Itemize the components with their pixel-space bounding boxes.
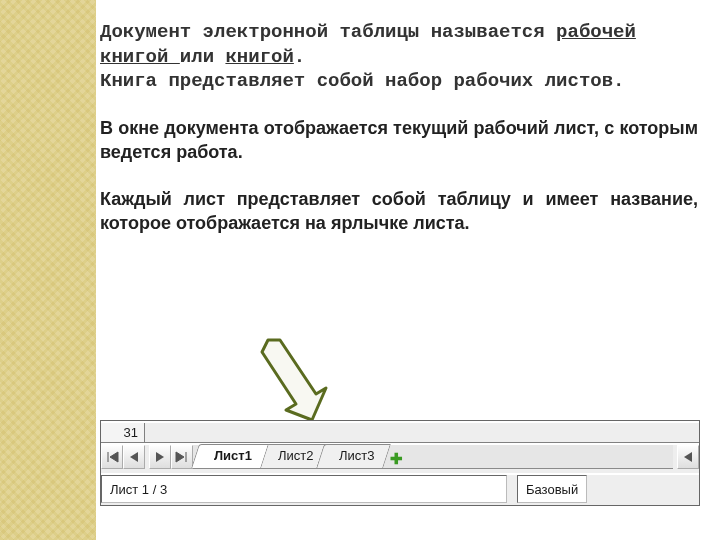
add-sheet-icon[interactable]: ✚ bbox=[390, 450, 403, 468]
status-style: Базовый bbox=[517, 475, 587, 503]
text: Книга представляет собой набор рабочих л… bbox=[100, 70, 625, 92]
arrow-annotation bbox=[248, 336, 338, 422]
text: или bbox=[180, 46, 226, 68]
text: . bbox=[294, 46, 305, 68]
text: Документ электронной таблицы называется bbox=[100, 21, 556, 43]
tabs-container: Лист1 Лист2 Лист3 ✚ bbox=[193, 445, 673, 469]
nav-first-icon[interactable] bbox=[101, 445, 123, 469]
underline-term-2: книгой bbox=[225, 46, 293, 68]
scroll-left-icon[interactable] bbox=[677, 445, 699, 469]
content-area: Документ электронной таблицы называется … bbox=[100, 20, 698, 257]
grid-spacer bbox=[145, 423, 699, 443]
nav-last-icon[interactable] bbox=[171, 445, 193, 469]
scroll-cluster bbox=[677, 445, 699, 469]
status-bar: Лист 1 / 3 Базовый bbox=[101, 473, 699, 503]
paragraph-3: Каждый лист представляет собой таблицу и… bbox=[100, 187, 698, 236]
tab-label: Лист2 bbox=[278, 445, 313, 467]
row-number-cell[interactable]: 31 bbox=[101, 423, 145, 443]
tab-label: Лист3 bbox=[339, 445, 374, 467]
nav-prev-icon[interactable] bbox=[123, 445, 145, 469]
nav-next-icon[interactable] bbox=[149, 445, 171, 469]
tab-label: Лист1 bbox=[214, 445, 252, 467]
sheet-tab-3[interactable]: Лист3 bbox=[317, 444, 392, 468]
paragraph-1: Документ электронной таблицы называется … bbox=[100, 20, 698, 94]
decorative-texture bbox=[0, 0, 96, 540]
status-sheet-count: Лист 1 / 3 bbox=[101, 475, 507, 503]
sheet-tab-bar: Лист1 Лист2 Лист3 ✚ bbox=[101, 443, 699, 469]
spreadsheet-chrome: 31 Лист1 Лист2 Лист3 ✚ Лист 1 / 3 bbox=[100, 420, 700, 506]
sheet-tab-1[interactable]: Лист1 bbox=[191, 444, 269, 468]
paragraph-2: В окне документа отображается текущий ра… bbox=[100, 116, 698, 165]
grid-row: 31 bbox=[101, 421, 699, 443]
